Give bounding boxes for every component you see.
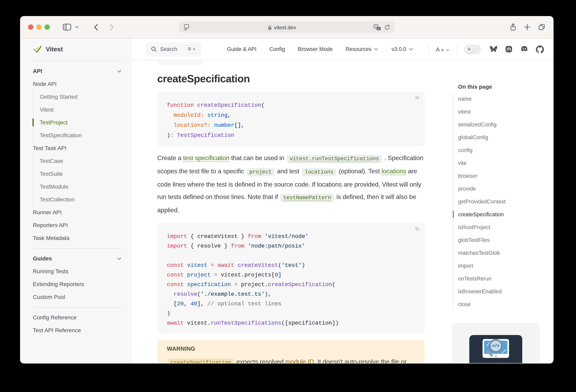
inline-link[interactable]: test specification: [183, 154, 230, 161]
minimize-window-button[interactable]: [36, 25, 41, 30]
outline-items: namevitestserializedConfigglobalConfigco…: [453, 92, 549, 311]
sidebar-options-chevron[interactable]: [74, 25, 79, 29]
svg-text:A: A: [375, 25, 377, 28]
zoom-window-button[interactable]: [45, 25, 50, 30]
outline-active-marker: [453, 211, 454, 218]
outline-item-vitest[interactable]: vitest: [458, 105, 549, 118]
sidebar-item-vitest[interactable]: Vitest: [40, 103, 122, 116]
tab-overview-button[interactable]: [538, 23, 546, 31]
sidebar-item-testproject[interactable]: TestProject: [40, 116, 122, 129]
forward-button[interactable]: [109, 24, 114, 31]
code-line: [167, 251, 415, 260]
inline-code-link[interactable]: vitest.runTestSpecifications: [287, 155, 382, 163]
github-icon: [536, 45, 544, 53]
code-line: locations?: number[],: [167, 120, 415, 130]
sidebar-section-api[interactable]: API: [33, 65, 122, 77]
nav-utilities: A A: [421, 44, 544, 54]
outline-item-name[interactable]: name: [458, 92, 549, 105]
outline-item-browser[interactable]: browser: [458, 169, 549, 182]
reader-icon[interactable]: [183, 24, 190, 31]
code-lang-badge: ts: [415, 95, 419, 100]
sidebar-item-node-api[interactable]: Node API: [33, 77, 122, 90]
page-title: createSpecification: [157, 72, 425, 85]
share-button[interactable]: [509, 23, 517, 31]
reload-button[interactable]: [384, 24, 390, 30]
example-code-block[interactable]: ts import { createVitest } from 'vitest/…: [157, 223, 425, 333]
inline-link[interactable]: locations: [381, 168, 406, 175]
outline-item-ontestsrerun[interactable]: onTestsRerun: [458, 272, 549, 285]
sidebar-item-test-task-api[interactable]: Test Task API: [33, 142, 122, 154]
chevron-down-icon: [374, 47, 379, 52]
nav-links: Guide & APIConfigBrowser ModeResourcesv3…: [227, 46, 414, 52]
github-link[interactable]: [536, 45, 544, 53]
code-line: const vitest = await createVitest('test'…: [167, 260, 415, 270]
sidebar-item-config-reference[interactable]: Config Reference: [33, 311, 122, 324]
sidebar-item-testsuite[interactable]: TestSuite: [40, 167, 122, 180]
nav-link-label: Resources: [346, 46, 372, 52]
outline-item-getprovidedcontext[interactable]: getProvidedContext: [458, 195, 549, 208]
outline-item-globtestfiles[interactable]: globTestFiles: [458, 234, 549, 246]
sidebar-item-reporters-api[interactable]: Reporters API: [33, 219, 122, 232]
chevron-down-icon: [408, 47, 414, 52]
sidebar-item-testspecification[interactable]: TestSpecification: [40, 129, 122, 142]
sun-icon: [467, 47, 471, 51]
divider: [33, 61, 122, 61]
sidebar-toggle-button[interactable]: [62, 23, 71, 31]
outline-item-isbrowserenabled[interactable]: isBrowserEnabled: [458, 285, 549, 298]
sidebar-item-testmodule[interactable]: TestModule: [40, 180, 122, 193]
back-button[interactable]: [93, 24, 98, 31]
outline-item-config[interactable]: config: [458, 144, 549, 156]
outline-item-matchestestglob[interactable]: matchesTestGlob: [458, 246, 549, 259]
warning-title: WARNING: [167, 345, 415, 352]
sidebar-item-running-tests[interactable]: Running Tests: [33, 265, 122, 278]
outline-item-vite[interactable]: vite: [458, 156, 549, 169]
sidebar-item-runner-api[interactable]: Runner API: [33, 206, 122, 219]
outline-item-import[interactable]: import: [458, 259, 549, 272]
divider: [33, 307, 122, 308]
address-bar[interactable]: vitest.dev Aa: [179, 22, 394, 33]
inline-code-link[interactable]: testNamePattern: [280, 194, 334, 202]
code-line: [20, 40], // optional test lines: [167, 299, 415, 308]
outline-item-isrootproject[interactable]: isRootProject: [458, 221, 549, 234]
discord-link[interactable]: [520, 45, 529, 53]
translate-page-button[interactable]: Aa: [374, 24, 381, 31]
sidebar-section-guides[interactable]: Guides: [33, 252, 122, 265]
inline-link[interactable]: module ID: [285, 358, 314, 363]
sidebar-item-test-api-reference[interactable]: Test API Reference: [33, 324, 122, 337]
bluesky-link[interactable]: [489, 45, 498, 53]
outline-item-createspecification[interactable]: createSpecification: [458, 208, 549, 221]
close-window-button[interactable]: [28, 25, 33, 30]
nav-link-resources[interactable]: Resources: [346, 46, 379, 52]
sidebar-item-task-metadata[interactable]: Task Metadata: [33, 232, 122, 244]
magnifier-lens: </>: [489, 339, 503, 353]
sidebar-item-getting-started[interactable]: Getting Started: [40, 90, 122, 103]
screen: vitest.dev Aa: [0, 0, 576, 392]
new-tab-button[interactable]: [524, 24, 531, 30]
outline-item-serializedconfig[interactable]: serializedConfig: [458, 118, 549, 131]
outline-item-globalconfig[interactable]: globalConfig: [458, 131, 549, 144]
outline-aside: On this page namevitestserializedConfigg…: [453, 60, 549, 311]
outline-item-close[interactable]: close: [458, 298, 549, 311]
theme-toggle[interactable]: [464, 45, 481, 54]
bluesky-icon: [489, 45, 498, 53]
warning-body: createSpecification expects resolved mod…: [167, 356, 415, 363]
sidebar-item-extending-reporters[interactable]: Extending Reporters: [33, 278, 122, 291]
nav-link-config[interactable]: Config: [269, 46, 285, 52]
signature-code-block[interactable]: ts function createSpecification( moduleI…: [157, 91, 425, 146]
sidebar-item-custom-pool[interactable]: Custom Pool: [33, 291, 122, 303]
sidebar-item-testcase[interactable]: TestCase: [40, 154, 122, 167]
search-button[interactable]: Search ⌘ K: [146, 42, 201, 56]
nav-link-v3-0-0[interactable]: v3.0.0: [392, 46, 414, 52]
language-menu-button[interactable]: A A: [436, 46, 450, 52]
nav-link-guide-api[interactable]: Guide & API: [227, 46, 257, 52]
vitest-docs-site: Vitest APINode APIGetting StartedVitestT…: [20, 38, 553, 363]
sidebar-nav: APINode APIGetting StartedVitestTestProj…: [33, 65, 122, 337]
nav-link-browser-mode[interactable]: Browser Mode: [298, 46, 333, 52]
site-logo[interactable]: Vitest: [33, 42, 122, 57]
sidebar-item-testcollection[interactable]: TestCollection: [40, 193, 122, 206]
nav-link-label: Browser Mode: [298, 46, 333, 52]
mastodon-link[interactable]: [505, 45, 513, 53]
outline-item-provide[interactable]: provide: [458, 182, 549, 195]
ad-card[interactable]: </>: [452, 323, 540, 363]
browser-toolbar: vitest.dev Aa: [20, 16, 553, 38]
